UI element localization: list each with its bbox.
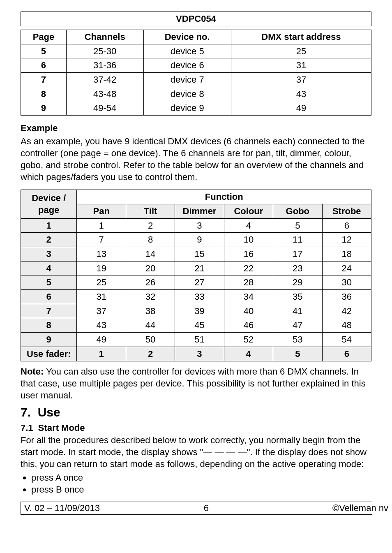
t2-col: Dimmer bbox=[175, 204, 224, 218]
t2-cell: 44 bbox=[126, 318, 175, 333]
t2-cell: 28 bbox=[224, 275, 273, 290]
t2-cell: 39 bbox=[175, 304, 224, 318]
cell-page: 9 bbox=[21, 101, 67, 116]
cell-page: 5 bbox=[21, 44, 67, 58]
cell-device: device 9 bbox=[143, 101, 231, 116]
doc-code-frame: VDPC054 bbox=[21, 12, 371, 26]
t2-cell: 29 bbox=[273, 275, 322, 290]
t2-footer-label: Use fader: bbox=[21, 347, 77, 361]
t2-cell: 12 bbox=[322, 233, 371, 247]
t2-cell: 46 bbox=[224, 318, 273, 333]
t2-cell: 33 bbox=[175, 290, 224, 304]
t2-cell: 36 bbox=[322, 290, 371, 304]
list-item: press B once bbox=[31, 484, 371, 496]
t2-cell: 48 bbox=[322, 318, 371, 333]
table-row: 5 25 26 27 28 29 30 bbox=[21, 275, 371, 290]
t2-cell: 14 bbox=[126, 247, 175, 261]
t2-col: Strobe bbox=[322, 204, 371, 218]
cell-channels: 43-48 bbox=[66, 87, 143, 101]
table-footer-row: Use fader: 1 2 3 4 5 6 bbox=[21, 347, 371, 361]
cell-addr: 49 bbox=[231, 101, 371, 116]
section-heading: 7. Use bbox=[21, 405, 371, 419]
t2-row-label: 3 bbox=[21, 247, 77, 261]
t2-cell: 17 bbox=[273, 247, 322, 261]
t2-cell: 11 bbox=[273, 233, 322, 247]
bullet-list: press A once press B once bbox=[21, 472, 371, 496]
t2-cell: 19 bbox=[77, 261, 126, 275]
t2-cell: 15 bbox=[175, 247, 224, 261]
cell-page: 7 bbox=[21, 73, 67, 87]
t2-row-label: 2 bbox=[21, 233, 77, 247]
cell-device: device 5 bbox=[143, 44, 231, 58]
t2-footer-cell: 4 bbox=[224, 347, 273, 361]
cell-device: device 6 bbox=[143, 58, 231, 73]
t2-footer-cell: 1 bbox=[77, 347, 126, 361]
list-item: press A once bbox=[31, 472, 371, 484]
t2-cell: 49 bbox=[77, 333, 126, 347]
note-prefix: Note: bbox=[21, 366, 44, 377]
t2-cell: 7 bbox=[77, 233, 126, 247]
cell-device: device 7 bbox=[143, 73, 231, 87]
t2-cell: 13 bbox=[77, 247, 126, 261]
t2-footer-cell: 2 bbox=[126, 347, 175, 361]
t2-row-label: 6 bbox=[21, 290, 77, 304]
t1-h-channels: Channels bbox=[66, 30, 143, 44]
section-number: 7. bbox=[21, 405, 31, 419]
table-row: 7 37 38 39 40 41 42 bbox=[21, 304, 371, 318]
t2-cell: 10 bbox=[224, 233, 273, 247]
t2-row-label: 5 bbox=[21, 275, 77, 290]
t1-h-addr: DMX start address bbox=[231, 30, 371, 44]
t2-cell: 40 bbox=[224, 304, 273, 318]
t2-cell: 20 bbox=[126, 261, 175, 275]
footer-page-number: 6 bbox=[168, 502, 245, 514]
table-row: 1 1 2 3 4 5 6 bbox=[21, 218, 371, 233]
cell-channels: 25-30 bbox=[66, 44, 143, 58]
t2-cell: 38 bbox=[126, 304, 175, 318]
cell-addr: 43 bbox=[231, 87, 371, 101]
t2-cell: 41 bbox=[273, 304, 322, 318]
table-page-channels: Page Channels Device no. DMX start addre… bbox=[21, 30, 371, 116]
t2-row-label: 4 bbox=[21, 261, 77, 275]
table-row: 3 13 14 15 16 17 18 bbox=[21, 247, 371, 261]
note-line: Note: You can also use the controller fo… bbox=[21, 366, 371, 401]
table-row: 9 49 50 51 52 53 54 bbox=[21, 333, 371, 347]
t2-cell: 5 bbox=[273, 218, 322, 233]
t2-cell: 26 bbox=[126, 275, 175, 290]
t2-cell: 2 bbox=[126, 218, 175, 233]
t2-cell: 1 bbox=[77, 218, 126, 233]
t2-cell: 34 bbox=[224, 290, 273, 304]
subsection-text: For all the procedures described below t… bbox=[21, 434, 371, 470]
t2-cell: 42 bbox=[322, 304, 371, 318]
t2-row-label: 1 bbox=[21, 218, 77, 233]
table-row: 5 25-30 device 5 25 bbox=[21, 44, 371, 58]
t2-cell: 30 bbox=[322, 275, 371, 290]
t2-cell: 53 bbox=[273, 333, 322, 347]
doc-code: VDPC054 bbox=[176, 14, 216, 24]
t2-cell: 37 bbox=[77, 304, 126, 318]
t2-row-label: 9 bbox=[21, 333, 77, 347]
t2-cell: 51 bbox=[175, 333, 224, 347]
t2-cell: 16 bbox=[224, 247, 273, 261]
table-row: 7 37-42 device 7 37 bbox=[21, 73, 371, 87]
t2-footer-cell: 6 bbox=[322, 347, 371, 361]
t2-footer-cell: 3 bbox=[175, 347, 224, 361]
cell-addr: 31 bbox=[231, 58, 371, 73]
cell-addr: 25 bbox=[231, 44, 371, 58]
table-row: 4 19 20 21 22 23 24 bbox=[21, 261, 371, 275]
section-title: Use bbox=[38, 405, 60, 419]
t1-h-page: Page bbox=[21, 30, 67, 44]
table-row: 9 49-54 device 9 49 bbox=[21, 101, 371, 116]
subsection-number: 7.1 bbox=[21, 423, 33, 433]
footer-version: V. 02 – 11/09/2013 bbox=[21, 502, 168, 514]
example-text: As an example, you have 9 identical DMX … bbox=[21, 135, 371, 183]
t2-cell: 4 bbox=[224, 218, 273, 233]
subsection-heading: 7.1 Start Mode bbox=[21, 423, 371, 433]
t2-cell: 54 bbox=[322, 333, 371, 347]
t2-cell: 21 bbox=[175, 261, 224, 275]
table-device-function: Device / page Function Pan Tilt Dimmer C… bbox=[21, 190, 371, 361]
t2-cell: 27 bbox=[175, 275, 224, 290]
t2-cell: 45 bbox=[175, 318, 224, 333]
t2-col: Pan bbox=[77, 204, 126, 218]
footer-copyright: ©Velleman nv bbox=[244, 502, 392, 514]
t2-cell: 25 bbox=[77, 275, 126, 290]
